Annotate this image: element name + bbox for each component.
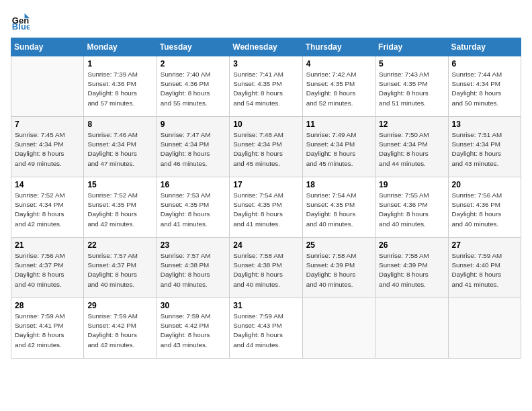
day-number: 17 [233,180,298,189]
day-info: Sunrise: 7:59 AM Sunset: 4:40 PM Dayligh… [452,251,517,289]
day-number: 1 [87,59,152,68]
day-number: 3 [233,59,298,68]
calendar-day: 17Sunrise: 7:54 AM Sunset: 4:35 PM Dayli… [230,177,302,238]
calendar-table: SundayMondayTuesdayWednesdayThursdayFrid… [11,38,521,359]
page-header: Gen Blue [11,11,521,30]
svg-text:Blue: Blue [12,21,30,30]
day-info: Sunrise: 7:50 AM Sunset: 4:34 PM Dayligh… [379,130,444,169]
day-info: Sunrise: 7:40 AM Sunset: 4:36 PM Dayligh… [161,70,226,108]
calendar-day: 18Sunrise: 7:54 AM Sunset: 4:35 PM Dayli… [302,177,375,238]
calendar-day: 24Sunrise: 7:58 AM Sunset: 4:38 PM Dayli… [230,238,302,298]
day-info: Sunrise: 7:55 AM Sunset: 4:36 PM Dayligh… [379,191,444,229]
calendar-day: 4Sunrise: 7:42 AM Sunset: 4:35 PM Daylig… [302,56,375,117]
day-info: Sunrise: 7:58 AM Sunset: 4:39 PM Dayligh… [306,251,371,289]
calendar-day: 15Sunrise: 7:52 AM Sunset: 4:35 PM Dayli… [84,177,157,238]
day-header-monday: Monday [84,38,157,56]
day-number: 5 [379,59,444,68]
logo: Gen Blue [11,11,32,30]
day-info: Sunrise: 7:39 AM Sunset: 4:36 PM Dayligh… [87,70,152,108]
calendar-week-row: 7Sunrise: 7:45 AM Sunset: 4:34 PM Daylig… [11,117,521,177]
calendar-day: 7Sunrise: 7:45 AM Sunset: 4:34 PM Daylig… [11,117,84,177]
day-info: Sunrise: 7:46 AM Sunset: 4:34 PM Dayligh… [87,130,152,169]
day-info: Sunrise: 7:56 AM Sunset: 4:37 PM Dayligh… [15,251,80,289]
logo-icon: Gen Blue [11,11,30,30]
day-info: Sunrise: 7:54 AM Sunset: 4:35 PM Dayligh… [306,191,371,229]
calendar-day: 2Sunrise: 7:40 AM Sunset: 4:36 PM Daylig… [157,56,229,117]
calendar-day [11,56,84,117]
day-header-saturday: Saturday [448,38,521,56]
day-number: 15 [87,180,152,189]
calendar-day: 12Sunrise: 7:50 AM Sunset: 4:34 PM Dayli… [375,117,448,177]
calendar-day: 3Sunrise: 7:41 AM Sunset: 4:35 PM Daylig… [230,56,302,117]
day-info: Sunrise: 7:41 AM Sunset: 4:35 PM Dayligh… [233,70,298,108]
day-info: Sunrise: 7:42 AM Sunset: 4:35 PM Dayligh… [306,70,371,108]
day-info: Sunrise: 7:53 AM Sunset: 4:35 PM Dayligh… [161,191,226,229]
day-info: Sunrise: 7:49 AM Sunset: 4:34 PM Dayligh… [306,130,371,169]
calendar-day: 6Sunrise: 7:44 AM Sunset: 4:34 PM Daylig… [448,56,521,117]
calendar-day: 31Sunrise: 7:59 AM Sunset: 4:43 PM Dayli… [230,298,302,359]
day-number: 16 [161,180,226,189]
day-info: Sunrise: 7:43 AM Sunset: 4:35 PM Dayligh… [379,70,444,108]
day-info: Sunrise: 7:59 AM Sunset: 4:43 PM Dayligh… [233,312,298,350]
calendar-day: 26Sunrise: 7:58 AM Sunset: 4:39 PM Dayli… [375,238,448,298]
day-number: 21 [15,240,80,250]
day-number: 24 [233,240,298,250]
calendar-day: 14Sunrise: 7:52 AM Sunset: 4:34 PM Dayli… [11,177,84,238]
day-number: 28 [15,301,80,310]
calendar-day: 5Sunrise: 7:43 AM Sunset: 4:35 PM Daylig… [375,56,448,117]
day-number: 12 [379,120,444,129]
day-number: 11 [306,120,371,129]
day-info: Sunrise: 7:59 AM Sunset: 4:41 PM Dayligh… [15,312,80,350]
calendar-day: 19Sunrise: 7:55 AM Sunset: 4:36 PM Dayli… [375,177,448,238]
day-number: 23 [161,240,226,250]
calendar-header-row: SundayMondayTuesdayWednesdayThursdayFrid… [11,38,521,56]
day-info: Sunrise: 7:47 AM Sunset: 4:34 PM Dayligh… [161,130,226,169]
day-number: 25 [306,240,371,250]
calendar-day: 10Sunrise: 7:48 AM Sunset: 4:34 PM Dayli… [230,117,302,177]
calendar-day: 20Sunrise: 7:56 AM Sunset: 4:36 PM Dayli… [448,177,521,238]
day-header-tuesday: Tuesday [157,38,229,56]
day-info: Sunrise: 7:54 AM Sunset: 4:35 PM Dayligh… [233,191,298,229]
day-number: 4 [306,59,371,68]
calendar-day: 25Sunrise: 7:58 AM Sunset: 4:39 PM Dayli… [302,238,375,298]
calendar-day: 13Sunrise: 7:51 AM Sunset: 4:34 PM Dayli… [448,117,521,177]
day-info: Sunrise: 7:51 AM Sunset: 4:34 PM Dayligh… [452,130,517,169]
calendar-day: 23Sunrise: 7:57 AM Sunset: 4:38 PM Dayli… [157,238,229,298]
calendar-week-row: 1Sunrise: 7:39 AM Sunset: 4:36 PM Daylig… [11,56,521,117]
day-info: Sunrise: 7:48 AM Sunset: 4:34 PM Dayligh… [233,130,298,169]
calendar-day [448,298,521,359]
day-header-thursday: Thursday [302,38,375,56]
day-number: 18 [306,180,371,189]
day-number: 20 [452,180,517,189]
day-info: Sunrise: 7:57 AM Sunset: 4:38 PM Dayligh… [161,251,226,289]
calendar-week-row: 21Sunrise: 7:56 AM Sunset: 4:37 PM Dayli… [11,238,521,298]
day-number: 29 [87,301,152,310]
day-info: Sunrise: 7:58 AM Sunset: 4:38 PM Dayligh… [233,251,298,289]
calendar-day: 16Sunrise: 7:53 AM Sunset: 4:35 PM Dayli… [157,177,229,238]
day-number: 14 [15,180,80,189]
calendar-day [302,298,375,359]
day-info: Sunrise: 7:56 AM Sunset: 4:36 PM Dayligh… [452,191,517,229]
calendar-day: 8Sunrise: 7:46 AM Sunset: 4:34 PM Daylig… [84,117,157,177]
day-info: Sunrise: 7:59 AM Sunset: 4:42 PM Dayligh… [161,312,226,350]
day-number: 7 [15,120,80,129]
day-number: 8 [87,120,152,129]
day-number: 2 [161,59,226,68]
calendar-day: 21Sunrise: 7:56 AM Sunset: 4:37 PM Dayli… [11,238,84,298]
calendar-day: 22Sunrise: 7:57 AM Sunset: 4:37 PM Dayli… [84,238,157,298]
day-number: 30 [161,301,226,310]
day-header-wednesday: Wednesday [230,38,302,56]
day-info: Sunrise: 7:44 AM Sunset: 4:34 PM Dayligh… [452,70,517,108]
day-info: Sunrise: 7:52 AM Sunset: 4:35 PM Dayligh… [87,191,152,229]
day-info: Sunrise: 7:59 AM Sunset: 4:42 PM Dayligh… [87,312,152,350]
calendar-day: 29Sunrise: 7:59 AM Sunset: 4:42 PM Dayli… [84,298,157,359]
day-number: 13 [452,120,517,129]
day-number: 9 [161,120,226,129]
day-info: Sunrise: 7:58 AM Sunset: 4:39 PM Dayligh… [379,251,444,289]
day-number: 6 [452,59,517,68]
day-info: Sunrise: 7:52 AM Sunset: 4:34 PM Dayligh… [15,191,80,229]
day-number: 22 [87,240,152,250]
calendar-day: 27Sunrise: 7:59 AM Sunset: 4:40 PM Dayli… [448,238,521,298]
calendar-day: 1Sunrise: 7:39 AM Sunset: 4:36 PM Daylig… [84,56,157,117]
day-info: Sunrise: 7:57 AM Sunset: 4:37 PM Dayligh… [87,251,152,289]
